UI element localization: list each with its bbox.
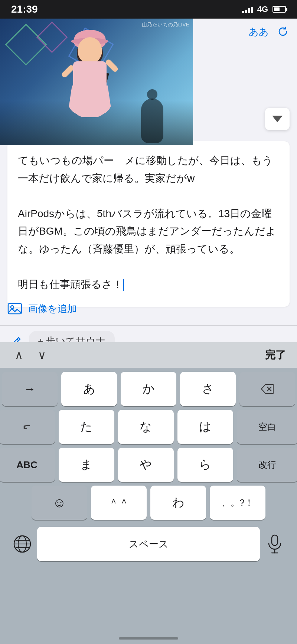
text-paragraph-2: AirPodsからは、5thバスラが流れている。13日の金曜日がBGM。この頃の… <box>18 205 279 258</box>
tag-row: + 歩いてサウナ <box>7 331 115 342</box>
divider <box>0 325 297 326</box>
tag-chip[interactable]: + 歩いてサウナ <box>29 331 115 342</box>
key-return[interactable]: 改行 <box>237 448 297 482</box>
tag-label: + 歩いてサウナ <box>38 335 106 342</box>
signal-icon <box>242 6 253 13</box>
text-paragraph-3: 明日も仕事頑張るさ！ <box>18 276 279 293</box>
video-thumbnail[interactable]: 山乃たいちの乃LIVE <box>0 19 193 145</box>
battery-icon <box>272 6 286 13</box>
singer-figure <box>56 37 123 141</box>
keyboard-row-2: た な は 空白 <box>0 410 297 444</box>
aa-button[interactable]: ああ <box>249 25 269 38</box>
status-bar: 21:39 4G <box>0 0 297 19</box>
pencil-icon <box>7 333 24 342</box>
chevron-down-icon <box>272 116 283 122</box>
text-content-card[interactable]: てもいつもの場パー メに移動したが、今日は、もう一本だけ飲んで家に帰る。実家だが… <box>7 141 290 307</box>
top-right-toolbar: ああ <box>249 19 297 45</box>
mic-button[interactable] <box>260 529 290 559</box>
key-arrow[interactable]: → <box>2 372 58 406</box>
keyboard-row-1: → あ か さ <box>0 372 297 406</box>
content-area: ああ <box>0 19 297 342</box>
svg-point-1 <box>11 306 14 309</box>
key-punct[interactable]: 、。?！ <box>210 486 265 520</box>
key-undo[interactable] <box>0 410 55 444</box>
image-icon <box>7 301 22 316</box>
nav-down-button[interactable]: ∨ <box>34 347 50 363</box>
key-ha[interactable]: は <box>177 410 233 444</box>
key-ka[interactable]: か <box>121 372 176 406</box>
done-button[interactable]: 完了 <box>265 348 286 362</box>
status-time: 21:39 <box>11 3 38 15</box>
key-space[interactable]: 空白 <box>237 410 297 444</box>
keyboard-area: ∧ ∨ 完了 → あ か さ <box>0 342 297 644</box>
dropdown-button[interactable] <box>265 108 290 130</box>
text-cursor <box>123 279 124 291</box>
key-ma[interactable]: ま <box>59 448 114 482</box>
key-ya[interactable]: や <box>118 448 174 482</box>
key-wa[interactable]: わ <box>150 486 206 520</box>
key-emoji[interactable]: ☺ <box>32 486 87 520</box>
key-ra[interactable]: ら <box>177 448 233 482</box>
add-image-label: 画像を追加 <box>28 302 77 315</box>
keyboard-bottom-row: スペース <box>0 524 297 564</box>
nav-up-button[interactable]: ∧ <box>11 347 27 363</box>
key-caret[interactable]: ＾＾ <box>91 486 147 520</box>
add-image-row[interactable]: 画像を追加 <box>7 301 77 316</box>
key-sa[interactable]: さ <box>180 372 236 406</box>
bg-dancer <box>141 99 163 143</box>
svg-rect-0 <box>8 303 22 314</box>
network-label: 4G <box>257 4 268 14</box>
keyboard-body: → あ か さ た な は 空白 <box>0 368 297 568</box>
key-ta[interactable]: た <box>59 410 114 444</box>
text-paragraph-1: てもいつもの場パー メに移動したが、今日は、もう一本だけ飲んで家に帰る。実家だが… <box>18 152 279 187</box>
globe-button[interactable] <box>7 529 37 559</box>
key-backspace[interactable] <box>239 372 295 406</box>
keyboard-row-3: ABC ま や ら 改行 <box>0 448 297 482</box>
key-abc[interactable]: ABC <box>0 448 55 482</box>
key-na[interactable]: な <box>118 410 174 444</box>
keyboard-toolbar: ∧ ∨ 完了 <box>0 342 297 368</box>
refresh-button[interactable] <box>276 25 290 38</box>
status-right-icons: 4G <box>242 4 286 14</box>
key-a[interactable]: あ <box>61 372 117 406</box>
svg-rect-9 <box>272 535 278 545</box>
toolbar-nav: ∧ ∨ <box>11 347 50 363</box>
video-watermark: 山乃たいちの乃LIVE <box>142 22 189 28</box>
key-space-bar[interactable]: スペース <box>37 527 260 561</box>
keyboard-row-4: ☺ ＾＾ わ 、。?！ <box>0 486 297 520</box>
home-indicator <box>119 637 178 640</box>
dropdown-area <box>215 100 297 138</box>
